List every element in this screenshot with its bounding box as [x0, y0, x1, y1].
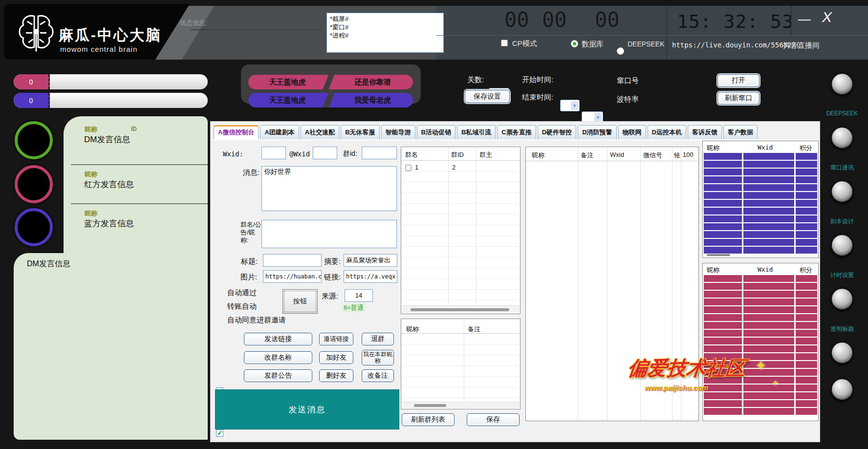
column-header[interactable]: 群ID — [451, 150, 464, 159]
column-header[interactable]: 群主 — [479, 150, 492, 159]
score-cell — [743, 400, 794, 407]
tab-14[interactable]: 客户数据 — [723, 125, 758, 140]
score-cell — [704, 291, 742, 298]
column-header[interactable]: 昵称 — [532, 151, 544, 160]
member-table[interactable]: 昵称 备注 — [401, 319, 521, 409]
tab-1[interactable]: A微信控制台 — [214, 125, 259, 140]
minimize-button[interactable]: — — [798, 12, 811, 27]
tab-4[interactable]: B无休客服 — [341, 125, 379, 140]
invite-link-button[interactable]: 邀请链接 — [319, 333, 353, 345]
wxid-input[interactable] — [261, 147, 286, 159]
leave-group-button[interactable]: 退群 — [362, 333, 394, 345]
scrollbar-thumb[interactable] — [414, 404, 446, 407]
column-header[interactable]: Wxid — [758, 266, 773, 273]
red-score-table[interactable]: 昵称 Wxid 积分 — [702, 263, 819, 421]
column-header[interactable]: 昵称 — [707, 266, 719, 275]
group-row-checkbox[interactable] — [405, 165, 412, 171]
tab-8[interactable]: C票务直推 — [497, 125, 536, 140]
refresh-port-button[interactable]: 刷新窜口 — [717, 92, 760, 105]
column-header[interactable]: 备注 — [581, 151, 593, 160]
group-id-cell[interactable]: 2 — [452, 164, 456, 171]
column-header[interactable]: 昵称 — [707, 144, 719, 152]
sidebar-knob-button-1[interactable] — [831, 73, 853, 95]
scrollbar-thumb[interactable] — [707, 254, 730, 256]
group-table[interactable]: 群名 群ID 群主 1 2 — [401, 147, 521, 314]
tab-13[interactable]: 客诉反馈 — [688, 125, 722, 140]
tab-2[interactable]: A团建剧本 — [260, 125, 299, 140]
tab-6[interactable]: B活动促销 — [417, 125, 456, 140]
sidebar-knob-button-7[interactable] — [831, 378, 853, 401]
at-wxid-input[interactable] — [313, 147, 337, 159]
scrollbar-thumb[interactable] — [411, 308, 509, 311]
summary-input[interactable]: 麻瓜聚场荣誉出 — [344, 254, 397, 267]
group-id-input[interactable] — [362, 147, 397, 159]
cp-mode-checkbox[interactable] — [501, 40, 508, 46]
column-header[interactable]: 100 — [683, 151, 694, 158]
my-group-nickname-button[interactable]: 我在本群昵称 — [362, 350, 394, 365]
source-input[interactable]: 14 — [345, 289, 373, 302]
message-textarea[interactable]: 你好世界 — [261, 166, 397, 211]
edit-remark-button[interactable]: 改备注 — [362, 369, 394, 382]
group-announcement-button[interactable]: 发群公告 — [244, 369, 312, 382]
score-cell — [704, 392, 742, 399]
macro-textbox[interactable]: *截屏# *窗口# *进程# — [326, 13, 444, 53]
database-radio[interactable] — [571, 40, 578, 47]
save-settings-button[interactable]: 保存设置 — [465, 90, 510, 103]
score-rows — [704, 153, 817, 255]
column-header[interactable]: Wxid — [758, 144, 773, 151]
tab-9[interactable]: D硬件智控 — [538, 125, 576, 140]
deepseek-radio[interactable] — [617, 47, 624, 55]
link-url-input[interactable]: https://a.veqx — [344, 270, 397, 283]
horizontal-scrollbar[interactable] — [402, 305, 520, 313]
blue-score-table[interactable]: 昵称 Wxid 积分 — [702, 141, 819, 258]
live-url-field[interactable]: https://live.douyin.com/556327( — [672, 41, 800, 49]
tab-7[interactable]: B私域引流 — [457, 125, 496, 140]
send-link-button[interactable]: 发送链接 — [244, 333, 312, 345]
column-header[interactable]: 群名 — [405, 150, 418, 159]
column-header[interactable]: 微信号 — [643, 151, 662, 160]
score-cell — [743, 338, 794, 344]
score-cell — [743, 392, 794, 399]
group-field-textarea[interactable] — [261, 220, 397, 248]
column-header[interactable]: 积分 — [800, 266, 812, 275]
start-hour-dropdown[interactable] — [560, 100, 580, 111]
start-minute-dropdown[interactable] — [582, 111, 603, 123]
sidebar-knob-button-4[interactable] — [831, 234, 853, 257]
horizontal-scrollbar[interactable] — [402, 402, 520, 408]
tab-5[interactable]: 智能导游 — [381, 125, 415, 140]
add-friend-button[interactable]: 加好友 — [319, 351, 353, 364]
score-row — [704, 176, 817, 183]
column-header[interactable]: 积分 — [800, 144, 812, 152]
score-row — [704, 184, 817, 191]
tab-10[interactable]: D消防预警 — [578, 125, 616, 140]
auto-join-checkbox[interactable] — [216, 429, 223, 437]
rename-group-button[interactable]: 改群名称 — [244, 351, 312, 364]
tab-11[interactable]: 物联网 — [618, 125, 646, 140]
image-url-input[interactable]: https://huaban.c — [263, 270, 322, 283]
sidebar-knob-button-2[interactable] — [831, 127, 853, 149]
title-input[interactable] — [263, 254, 322, 267]
save-button[interactable]: 保存 — [467, 413, 520, 426]
open-port-button[interactable]: 打开 — [717, 74, 760, 87]
sidebar-knob-button-6[interactable] — [831, 342, 853, 364]
group-name-cell[interactable]: 1 — [415, 164, 418, 171]
tab-12[interactable]: D远控本机 — [648, 125, 686, 140]
red-team-avatar[interactable] — [15, 165, 53, 203]
sidebar-knob-button-5[interactable] — [831, 288, 853, 310]
quiz-pill-red[interactable]: 天王盖地虎 还是你靠谱 — [248, 75, 413, 89]
column-header[interactable]: 昵称 — [406, 325, 419, 334]
refresh-group-list-button[interactable]: 刷新群列表 — [402, 413, 455, 426]
column-header[interactable]: 备注 — [468, 325, 480, 334]
generic-button[interactable]: 按钮 — [282, 289, 318, 314]
close-button[interactable]: X — [822, 9, 832, 25]
watermark-title: 偏爱技术社区 — [627, 355, 747, 382]
column-header[interactable]: 恠 — [674, 151, 680, 160]
delete-friend-button[interactable]: 删好友 — [319, 369, 353, 382]
dm-avatar[interactable] — [15, 121, 53, 159]
blue-team-avatar[interactable] — [15, 208, 53, 246]
sidebar-knob-button-3[interactable] — [831, 180, 853, 203]
quiz-pill-blue[interactable]: 天王盖地虎 我爱母老虎 — [248, 93, 413, 107]
tab-3[interactable]: A社交速配 — [301, 125, 339, 140]
column-header[interactable]: Wxid — [610, 151, 624, 158]
send-message-button[interactable]: 发送消息 — [215, 389, 399, 429]
